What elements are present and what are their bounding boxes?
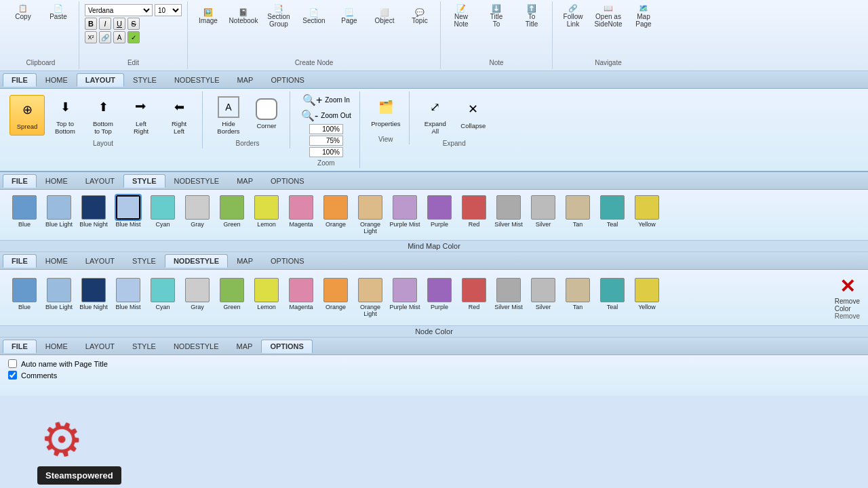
color-swatch[interactable]: Silver Mist — [492, 195, 525, 235]
checkbox-comments[interactable] — [8, 371, 17, 380]
link-button[interactable]: 🔗 — [99, 31, 111, 43]
collapse-button[interactable]: ✕ Collapse — [456, 95, 491, 136]
map-page-button[interactable]: 🗺️ MapPage — [627, 3, 660, 29]
tab-map-2[interactable]: MAP — [228, 174, 262, 187]
underline-button[interactable]: U — [113, 18, 125, 30]
zoom-current-display[interactable]: 100% — [309, 147, 343, 157]
color-swatch[interactable]: Blue — [8, 195, 41, 235]
bottom-to-top-button[interactable]: ⬆ Bottomto Top — [85, 93, 121, 138]
tab-options-4[interactable]: OPTIONS — [261, 340, 313, 353]
tab-layout-1[interactable]: LAYOUT — [77, 73, 124, 87]
node-color-swatch[interactable]: Yellow — [631, 278, 663, 317]
font-size-select[interactable]: 10 — [155, 4, 182, 16]
zoom-in-button[interactable]: 🔍+ Zoom In — [300, 93, 353, 107]
properties-button[interactable]: 🗂️ Properties — [368, 93, 403, 134]
node-color-swatch[interactable]: Cyan — [146, 278, 179, 317]
zoom-out-button[interactable]: 🔍- Zoom Out — [298, 108, 354, 123]
node-color-swatch[interactable]: Red — [458, 278, 490, 317]
color-swatch[interactable]: Purple Mist — [389, 195, 421, 235]
tab-home-3[interactable]: HOME — [37, 254, 77, 267]
node-color-swatch[interactable]: Orange Light — [354, 278, 387, 317]
hide-borders-button[interactable]: A HideBorders — [211, 93, 246, 138]
node-color-swatch[interactable]: Purple — [423, 278, 456, 317]
node-color-swatch[interactable]: Green — [216, 278, 248, 317]
node-color-swatch[interactable]: Blue — [8, 278, 41, 317]
color-swatch[interactable]: Cyan — [146, 195, 179, 235]
color-swatch[interactable]: Orange — [319, 195, 352, 235]
color-swatch[interactable]: Orange Light — [354, 195, 387, 235]
to-title-button[interactable]: ⬆️ ToTitle — [515, 3, 548, 29]
node-color-swatch[interactable]: Tan — [561, 278, 594, 317]
corner-button[interactable]: Corner — [249, 95, 284, 136]
tab-layout-4[interactable]: LAYOUT — [77, 340, 123, 352]
section-group-button[interactable]: 📑 SectionGroup — [262, 3, 295, 29]
tab-nodestyle-2[interactable]: NODESTYLE — [165, 174, 229, 187]
node-color-swatch[interactable]: Gray — [181, 278, 214, 317]
remove-color-button[interactable]: ✕ RemoveColor Remove — [831, 272, 864, 323]
node-color-swatch[interactable]: Purple Mist — [389, 278, 421, 317]
tab-map-3[interactable]: MAP — [228, 254, 262, 267]
tab-nodestyle-4[interactable]: NODESTYLE — [165, 340, 228, 352]
copy-button[interactable]: 📋 Copy — [7, 3, 39, 22]
right-left-button[interactable]: ⬅ RightLeft — [161, 93, 197, 138]
node-color-swatch[interactable]: Blue Light — [43, 278, 75, 317]
tab-home-1[interactable]: HOME — [37, 73, 77, 86]
color-swatch[interactable]: Purple — [423, 195, 456, 235]
node-color-swatch[interactable]: Silver Mist — [492, 278, 525, 317]
tab-file-1[interactable]: FILE — [3, 73, 37, 87]
object-button[interactable]: ⬜ Object — [368, 7, 401, 26]
follow-link-button[interactable]: 🔗 FollowLink — [557, 3, 589, 29]
node-color-swatch[interactable]: Blue Mist — [112, 278, 144, 317]
tab-file-2[interactable]: FILE — [3, 174, 37, 188]
paste-button[interactable]: 📄 Paste — [42, 3, 75, 22]
color-swatch[interactable]: Blue Night — [77, 195, 110, 235]
italic-button[interactable]: I — [99, 18, 111, 30]
font-family-select[interactable]: Verdana — [85, 4, 153, 16]
tab-options-3[interactable]: OPTIONS — [262, 254, 313, 267]
superscript-button[interactable]: X² — [85, 31, 97, 43]
tab-style-4[interactable]: STYLE — [123, 340, 165, 352]
color-swatch[interactable]: Blue Mist — [112, 195, 144, 235]
title-to-button[interactable]: ⬇️ TitleTo — [480, 3, 513, 29]
tab-file-4[interactable]: FILE — [3, 340, 37, 353]
node-color-swatch[interactable]: Silver — [527, 278, 559, 317]
color-swatch[interactable]: Red — [458, 195, 490, 235]
page-button[interactable]: 📃 Page — [333, 7, 366, 26]
tab-home-2[interactable]: HOME — [37, 174, 77, 187]
tab-options-1[interactable]: OPTIONS — [262, 73, 313, 86]
new-note-button[interactable]: 📝 NewNote — [445, 3, 477, 29]
color-swatch[interactable]: Gray — [181, 195, 214, 235]
color-swatch[interactable]: Yellow — [631, 195, 663, 235]
tab-nodestyle-1[interactable]: NODESTYLE — [165, 73, 229, 86]
tab-layout-2[interactable]: LAYOUT — [77, 174, 123, 187]
strikethrough-button[interactable]: S — [127, 18, 140, 30]
tab-home-4[interactable]: HOME — [37, 340, 77, 352]
remove-label[interactable]: Remove — [835, 312, 860, 320]
bold-button[interactable]: B — [85, 18, 97, 30]
tab-map-4[interactable]: MAP — [228, 340, 262, 352]
highlight-button[interactable]: ✓ — [127, 31, 140, 43]
node-color-swatch[interactable]: Lemon — [250, 278, 283, 317]
expand-all-button[interactable]: ⤢ ExpandAll — [418, 93, 453, 138]
spread-button[interactable]: ⊕ Spread — [9, 95, 45, 136]
open-as-sidenote-button[interactable]: 📖 Open asSideNote — [592, 3, 625, 29]
color-swatch[interactable]: Blue Light — [43, 195, 75, 235]
color-swatch[interactable]: Magenta — [285, 195, 317, 235]
color-swatch[interactable]: Lemon — [250, 195, 283, 235]
tab-style-3[interactable]: STYLE — [123, 254, 165, 267]
color-swatch[interactable]: Teal — [596, 195, 629, 235]
node-color-swatch[interactable]: Orange — [319, 278, 352, 317]
image-button[interactable]: 🖼️ Image — [192, 7, 224, 26]
color-swatch[interactable]: Green — [216, 195, 248, 235]
color-swatch[interactable]: Tan — [561, 195, 594, 235]
tab-file-3[interactable]: FILE — [3, 254, 37, 268]
left-right-button[interactable]: ⮕ LeftRight — [123, 93, 159, 138]
topic-button[interactable]: 💬 Topic — [403, 7, 436, 26]
node-color-swatch[interactable]: Magenta — [285, 278, 317, 317]
top-to-bottom-button[interactable]: ⬇ Top toBottom — [47, 93, 83, 138]
section-button[interactable]: 📄 Section — [298, 7, 330, 26]
tab-layout-3[interactable]: LAYOUT — [77, 254, 123, 267]
tab-map-1[interactable]: MAP — [229, 73, 262, 86]
tab-style-1[interactable]: STYLE — [124, 73, 165, 86]
color-swatch[interactable]: Silver — [527, 195, 559, 235]
